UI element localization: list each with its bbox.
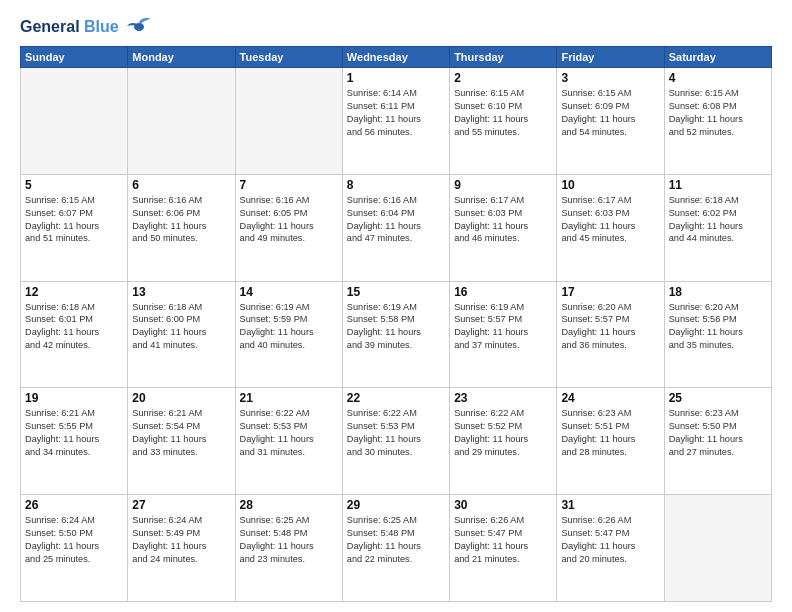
week-row-2: 5Sunrise: 6:15 AMSunset: 6:07 PMDaylight…: [21, 174, 772, 281]
sun-info: Sunrise: 6:18 AMSunset: 6:02 PMDaylight:…: [669, 194, 767, 246]
day-number: 12: [25, 285, 123, 299]
sun-info: Sunrise: 6:20 AMSunset: 5:57 PMDaylight:…: [561, 301, 659, 353]
calendar-cell: 4Sunrise: 6:15 AMSunset: 6:08 PMDaylight…: [664, 68, 771, 175]
sun-info: Sunrise: 6:25 AMSunset: 5:48 PMDaylight:…: [347, 514, 445, 566]
sun-info: Sunrise: 6:19 AMSunset: 5:57 PMDaylight:…: [454, 301, 552, 353]
sun-info: Sunrise: 6:15 AMSunset: 6:10 PMDaylight:…: [454, 87, 552, 139]
day-number: 2: [454, 71, 552, 85]
sun-info: Sunrise: 6:22 AMSunset: 5:53 PMDaylight:…: [347, 407, 445, 459]
sun-info: Sunrise: 6:18 AMSunset: 6:01 PMDaylight:…: [25, 301, 123, 353]
calendar-cell: 28Sunrise: 6:25 AMSunset: 5:48 PMDayligh…: [235, 495, 342, 602]
sun-info: Sunrise: 6:15 AMSunset: 6:07 PMDaylight:…: [25, 194, 123, 246]
calendar-cell: 12Sunrise: 6:18 AMSunset: 6:01 PMDayligh…: [21, 281, 128, 388]
logo: General Blue: [20, 16, 153, 38]
day-number: 16: [454, 285, 552, 299]
sun-info: Sunrise: 6:21 AMSunset: 5:54 PMDaylight:…: [132, 407, 230, 459]
sun-info: Sunrise: 6:16 AMSunset: 6:05 PMDaylight:…: [240, 194, 338, 246]
sun-info: Sunrise: 6:23 AMSunset: 5:50 PMDaylight:…: [669, 407, 767, 459]
day-number: 24: [561, 391, 659, 405]
weekday-header-row: SundayMondayTuesdayWednesdayThursdayFrid…: [21, 47, 772, 68]
day-number: 31: [561, 498, 659, 512]
calendar-cell: [664, 495, 771, 602]
sun-info: Sunrise: 6:22 AMSunset: 5:52 PMDaylight:…: [454, 407, 552, 459]
sun-info: Sunrise: 6:26 AMSunset: 5:47 PMDaylight:…: [561, 514, 659, 566]
day-number: 26: [25, 498, 123, 512]
sun-info: Sunrise: 6:24 AMSunset: 5:49 PMDaylight:…: [132, 514, 230, 566]
week-row-1: 1Sunrise: 6:14 AMSunset: 6:11 PMDaylight…: [21, 68, 772, 175]
day-number: 21: [240, 391, 338, 405]
calendar-cell: 3Sunrise: 6:15 AMSunset: 6:09 PMDaylight…: [557, 68, 664, 175]
calendar-cell: 14Sunrise: 6:19 AMSunset: 5:59 PMDayligh…: [235, 281, 342, 388]
calendar-cell: 29Sunrise: 6:25 AMSunset: 5:48 PMDayligh…: [342, 495, 449, 602]
day-number: 30: [454, 498, 552, 512]
calendar-cell: 6Sunrise: 6:16 AMSunset: 6:06 PMDaylight…: [128, 174, 235, 281]
day-number: 19: [25, 391, 123, 405]
day-number: 13: [132, 285, 230, 299]
header: General Blue: [20, 16, 772, 38]
day-number: 22: [347, 391, 445, 405]
sun-info: Sunrise: 6:21 AMSunset: 5:55 PMDaylight:…: [25, 407, 123, 459]
sun-info: Sunrise: 6:18 AMSunset: 6:00 PMDaylight:…: [132, 301, 230, 353]
calendar-cell: 18Sunrise: 6:20 AMSunset: 5:56 PMDayligh…: [664, 281, 771, 388]
weekday-header-sunday: Sunday: [21, 47, 128, 68]
day-number: 20: [132, 391, 230, 405]
calendar-cell: 24Sunrise: 6:23 AMSunset: 5:51 PMDayligh…: [557, 388, 664, 495]
calendar-cell: 20Sunrise: 6:21 AMSunset: 5:54 PMDayligh…: [128, 388, 235, 495]
day-number: 11: [669, 178, 767, 192]
calendar-cell: 10Sunrise: 6:17 AMSunset: 6:03 PMDayligh…: [557, 174, 664, 281]
sun-info: Sunrise: 6:24 AMSunset: 5:50 PMDaylight:…: [25, 514, 123, 566]
sun-info: Sunrise: 6:19 AMSunset: 5:59 PMDaylight:…: [240, 301, 338, 353]
week-row-5: 26Sunrise: 6:24 AMSunset: 5:50 PMDayligh…: [21, 495, 772, 602]
sun-info: Sunrise: 6:22 AMSunset: 5:53 PMDaylight:…: [240, 407, 338, 459]
day-number: 10: [561, 178, 659, 192]
sun-info: Sunrise: 6:16 AMSunset: 6:06 PMDaylight:…: [132, 194, 230, 246]
sun-info: Sunrise: 6:20 AMSunset: 5:56 PMDaylight:…: [669, 301, 767, 353]
day-number: 9: [454, 178, 552, 192]
weekday-header-saturday: Saturday: [664, 47, 771, 68]
day-number: 8: [347, 178, 445, 192]
calendar-cell: 31Sunrise: 6:26 AMSunset: 5:47 PMDayligh…: [557, 495, 664, 602]
day-number: 4: [669, 71, 767, 85]
sun-info: Sunrise: 6:26 AMSunset: 5:47 PMDaylight:…: [454, 514, 552, 566]
day-number: 6: [132, 178, 230, 192]
sun-info: Sunrise: 6:15 AMSunset: 6:08 PMDaylight:…: [669, 87, 767, 139]
calendar-cell: [21, 68, 128, 175]
day-number: 5: [25, 178, 123, 192]
calendar-cell: 19Sunrise: 6:21 AMSunset: 5:55 PMDayligh…: [21, 388, 128, 495]
calendar-cell: 9Sunrise: 6:17 AMSunset: 6:03 PMDaylight…: [450, 174, 557, 281]
calendar-cell: 27Sunrise: 6:24 AMSunset: 5:49 PMDayligh…: [128, 495, 235, 602]
calendar-cell: [128, 68, 235, 175]
week-row-4: 19Sunrise: 6:21 AMSunset: 5:55 PMDayligh…: [21, 388, 772, 495]
day-number: 14: [240, 285, 338, 299]
sun-info: Sunrise: 6:17 AMSunset: 6:03 PMDaylight:…: [454, 194, 552, 246]
calendar-cell: 23Sunrise: 6:22 AMSunset: 5:52 PMDayligh…: [450, 388, 557, 495]
day-number: 25: [669, 391, 767, 405]
calendar-cell: 26Sunrise: 6:24 AMSunset: 5:50 PMDayligh…: [21, 495, 128, 602]
logo-text: General Blue: [20, 18, 119, 36]
page: General Blue SundayMondayTuesdayWednesda…: [0, 0, 792, 612]
logo-bird-icon: [125, 16, 153, 38]
day-number: 23: [454, 391, 552, 405]
calendar-cell: 17Sunrise: 6:20 AMSunset: 5:57 PMDayligh…: [557, 281, 664, 388]
sun-info: Sunrise: 6:23 AMSunset: 5:51 PMDaylight:…: [561, 407, 659, 459]
calendar-cell: 30Sunrise: 6:26 AMSunset: 5:47 PMDayligh…: [450, 495, 557, 602]
weekday-header-friday: Friday: [557, 47, 664, 68]
weekday-header-wednesday: Wednesday: [342, 47, 449, 68]
week-row-3: 12Sunrise: 6:18 AMSunset: 6:01 PMDayligh…: [21, 281, 772, 388]
calendar-cell: 5Sunrise: 6:15 AMSunset: 6:07 PMDaylight…: [21, 174, 128, 281]
calendar-cell: 8Sunrise: 6:16 AMSunset: 6:04 PMDaylight…: [342, 174, 449, 281]
weekday-header-thursday: Thursday: [450, 47, 557, 68]
calendar-cell: 13Sunrise: 6:18 AMSunset: 6:00 PMDayligh…: [128, 281, 235, 388]
calendar-cell: 1Sunrise: 6:14 AMSunset: 6:11 PMDaylight…: [342, 68, 449, 175]
calendar-cell: 7Sunrise: 6:16 AMSunset: 6:05 PMDaylight…: [235, 174, 342, 281]
calendar-cell: 21Sunrise: 6:22 AMSunset: 5:53 PMDayligh…: [235, 388, 342, 495]
weekday-header-monday: Monday: [128, 47, 235, 68]
calendar-cell: [235, 68, 342, 175]
sun-info: Sunrise: 6:16 AMSunset: 6:04 PMDaylight:…: [347, 194, 445, 246]
calendar-cell: 15Sunrise: 6:19 AMSunset: 5:58 PMDayligh…: [342, 281, 449, 388]
day-number: 18: [669, 285, 767, 299]
day-number: 29: [347, 498, 445, 512]
sun-info: Sunrise: 6:19 AMSunset: 5:58 PMDaylight:…: [347, 301, 445, 353]
weekday-header-tuesday: Tuesday: [235, 47, 342, 68]
day-number: 28: [240, 498, 338, 512]
